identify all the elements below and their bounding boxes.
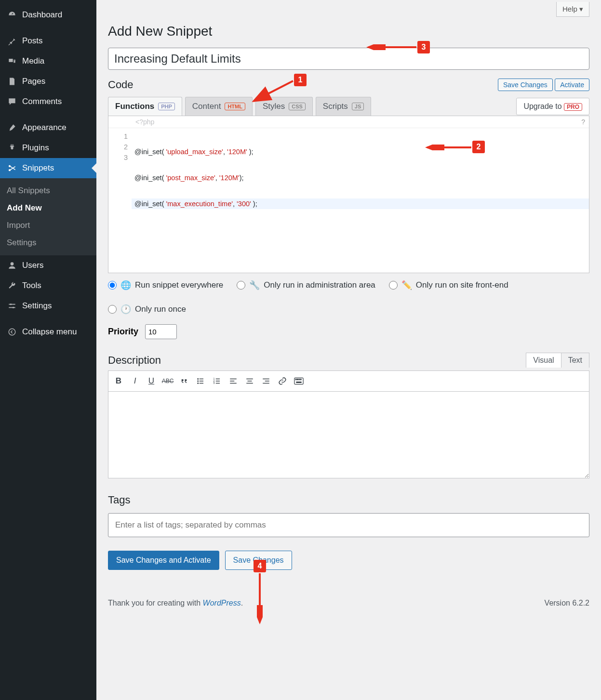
page-icon xyxy=(7,76,17,87)
editor-mode-tabs: Visual Text xyxy=(526,353,589,368)
brush-icon xyxy=(7,122,17,133)
scope-label: Only run in administration area xyxy=(264,280,375,290)
pin-icon xyxy=(7,36,17,46)
sidebar-item-appearance[interactable]: Appearance xyxy=(0,118,96,138)
svg-point-3 xyxy=(10,304,12,305)
sidebar-label: Pages xyxy=(22,77,45,86)
pencil-icon: ✏️ xyxy=(401,280,412,291)
radio-once[interactable] xyxy=(108,305,117,314)
radio-admin[interactable] xyxy=(237,281,245,290)
scope-options: 🌐Run snippet everywhere 🔧Only run in adm… xyxy=(108,273,589,321)
snippets-submenu: All Snippets Add New Import Settings xyxy=(0,178,96,255)
priority-row: Priority xyxy=(108,324,589,339)
sidebar-item-comments[interactable]: Comments xyxy=(0,92,96,112)
bold-button[interactable]: B xyxy=(111,374,126,388)
tab-functions[interactable]: FunctionsPHP xyxy=(108,97,182,116)
submenu-add-new[interactable]: Add New xyxy=(0,199,96,217)
align-right-button[interactable] xyxy=(259,374,273,388)
sidebar-label: Plugins xyxy=(22,143,49,153)
tab-styles[interactable]: StylesCSS xyxy=(255,97,313,116)
link-button[interactable] xyxy=(275,374,290,388)
scissors-icon xyxy=(7,163,17,173)
globe-icon: 🌐 xyxy=(120,280,131,291)
scope-label: Only run once xyxy=(135,304,186,314)
wordpress-link[interactable]: WordPress xyxy=(203,599,241,607)
submenu-settings[interactable]: Settings xyxy=(0,234,96,251)
tab-label: Scripts xyxy=(323,102,348,111)
bullet-list-button[interactable] xyxy=(193,374,208,388)
tab-label: Styles xyxy=(263,102,285,111)
save-and-activate-button[interactable]: Save Changes and Activate xyxy=(108,551,219,570)
align-left-button[interactable] xyxy=(226,374,240,388)
priority-label: Priority xyxy=(108,327,138,337)
numbered-list-button[interactable]: 123 xyxy=(210,374,224,388)
sidebar-collapse[interactable]: Collapse menu xyxy=(0,322,96,342)
align-center-button[interactable] xyxy=(242,374,257,388)
sidebar-item-tools[interactable]: Tools xyxy=(0,276,96,296)
svg-rect-23 xyxy=(230,379,237,380)
sidebar-item-posts[interactable]: Posts xyxy=(0,31,96,51)
tab-label: Content xyxy=(192,102,221,111)
quote-button[interactable] xyxy=(177,374,191,388)
underline-button[interactable]: U xyxy=(144,374,159,388)
radio-everywhere[interactable] xyxy=(108,281,117,290)
help-icon[interactable]: ? xyxy=(581,118,585,126)
tab-scripts[interactable]: ScriptsJS xyxy=(316,97,371,116)
save-changes-button[interactable]: Save Changes xyxy=(498,79,553,91)
svg-point-13 xyxy=(197,383,199,384)
sidebar-item-media[interactable]: Media xyxy=(0,51,96,71)
svg-rect-37 xyxy=(296,382,301,383)
comment-icon xyxy=(7,96,17,107)
tab-content[interactable]: ContentHTML xyxy=(185,97,253,116)
tags-input[interactable] xyxy=(108,513,589,537)
svg-point-11 xyxy=(197,378,199,380)
sidebar-item-plugins[interactable]: Plugins xyxy=(0,138,96,158)
plug-icon xyxy=(7,143,17,153)
sidebar-item-dashboard[interactable]: Dashboard xyxy=(0,5,96,25)
svg-rect-25 xyxy=(230,383,237,384)
upgrade-to-pro[interactable]: Upgrade to PRO xyxy=(516,98,589,115)
svg-rect-29 xyxy=(263,379,269,380)
description-title: Description xyxy=(108,354,161,367)
sidebar-item-users[interactable]: Users xyxy=(0,255,96,276)
code-content[interactable]: @ini_set( 'upload_max_size', '120M' ); @… xyxy=(132,128,589,273)
sidebar-label: Comments xyxy=(22,97,62,106)
sidebar-item-snippets[interactable]: Snippets xyxy=(0,158,96,178)
code-type-tabs: FunctionsPHP ContentHTML StylesCSS Scrip… xyxy=(108,97,589,116)
sliders-icon xyxy=(7,301,17,311)
scope-admin[interactable]: 🔧Only run in administration area xyxy=(237,280,375,291)
sidebar-item-pages[interactable]: Pages xyxy=(0,71,96,92)
scope-everywhere[interactable]: 🌐Run snippet everywhere xyxy=(108,280,223,291)
snippet-title-input[interactable] xyxy=(108,48,589,70)
annotation-1: 1 xyxy=(294,74,307,86)
media-icon xyxy=(7,56,17,66)
activate-button[interactable]: Activate xyxy=(555,79,589,91)
svg-point-2 xyxy=(11,262,14,265)
badge-php: PHP xyxy=(158,103,175,110)
description-textarea[interactable] xyxy=(108,392,589,478)
italic-button[interactable]: I xyxy=(128,374,142,388)
version-text: Version 6.2.2 xyxy=(545,599,589,608)
radio-frontend[interactable] xyxy=(389,281,398,290)
keyboard-button[interactable] xyxy=(292,374,306,388)
tags-title: Tags xyxy=(108,494,589,506)
strike-button[interactable]: ABC xyxy=(160,374,175,388)
screen-meta: Help ▾ xyxy=(108,0,589,19)
user-icon xyxy=(7,260,17,271)
sidebar-label: Dashboard xyxy=(22,10,62,20)
svg-rect-28 xyxy=(246,383,253,384)
priority-input[interactable] xyxy=(145,324,177,339)
svg-point-12 xyxy=(197,381,199,382)
help-toggle[interactable]: Help ▾ xyxy=(556,2,589,17)
submenu-all-snippets[interactable]: All Snippets xyxy=(0,182,96,199)
tab-text[interactable]: Text xyxy=(561,353,589,368)
tab-visual[interactable]: Visual xyxy=(526,353,561,368)
main-content: Help ▾ Add New Snippet 1 2 3 4 Code Save… xyxy=(96,0,601,700)
php-open-tag: <?php xyxy=(135,118,154,126)
scope-once[interactable]: 🕐Only run once xyxy=(108,304,186,315)
svg-rect-24 xyxy=(230,381,234,382)
sidebar-item-settings[interactable]: Settings xyxy=(0,296,96,316)
scope-frontend[interactable]: ✏️Only run on site front-end xyxy=(389,280,508,291)
code-editor[interactable]: <?php? 123 @ini_set( 'upload_max_size', … xyxy=(108,116,589,273)
submenu-import[interactable]: Import xyxy=(0,217,96,234)
